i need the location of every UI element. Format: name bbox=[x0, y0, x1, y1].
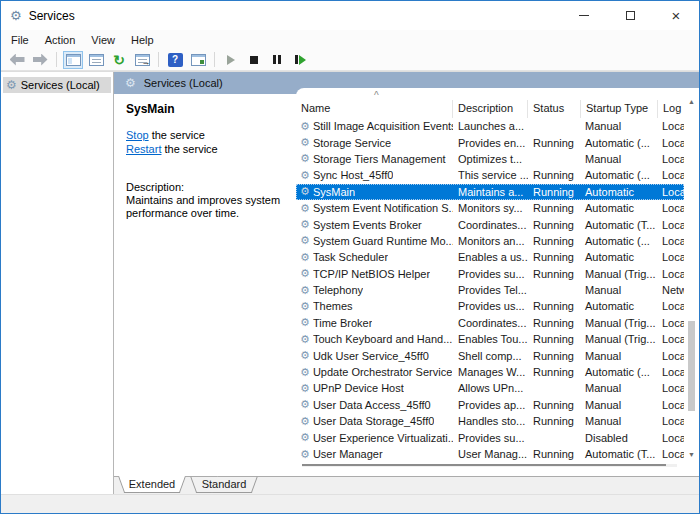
pause-icon bbox=[273, 55, 281, 64]
menu-help[interactable]: Help bbox=[123, 32, 162, 48]
column-header-name[interactable]: Name bbox=[296, 100, 453, 118]
pause-service-button[interactable] bbox=[267, 51, 287, 69]
table-row[interactable]: ⚙Udk User Service_45ff0Shell comp...Runn… bbox=[296, 347, 684, 363]
help-icon: ? bbox=[168, 53, 183, 67]
column-header-status[interactable]: Status bbox=[528, 100, 581, 118]
gear-icon: ⚙ bbox=[300, 416, 310, 427]
gear-icon: ⚙ bbox=[125, 77, 136, 89]
close-icon: × bbox=[672, 8, 681, 23]
service-name: System Events Broker bbox=[313, 219, 422, 231]
scroll-up-icon[interactable]: ▲ bbox=[688, 98, 695, 105]
tab-standard[interactable]: Standard bbox=[188, 476, 260, 494]
service-name: User Data Storage_45ff0 bbox=[313, 415, 434, 427]
table-row[interactable]: ⚙Sync Host_45ff0This service ...RunningA… bbox=[296, 167, 684, 183]
gear-icon: ⚙ bbox=[300, 121, 310, 132]
title-bar: ⚙ Services × bbox=[1, 1, 699, 30]
play-icon bbox=[227, 55, 235, 65]
table-row[interactable]: ⚙System Events BrokerCoordinates...Runni… bbox=[296, 216, 684, 232]
start-service-button[interactable] bbox=[221, 51, 241, 69]
selected-service-name: SysMain bbox=[126, 102, 296, 116]
tab-extended[interactable]: Extended bbox=[116, 476, 188, 494]
table-row[interactable]: ⚙User ManagerUser Manag...RunningAutomat… bbox=[296, 446, 684, 462]
refresh-icon: ↻ bbox=[113, 53, 125, 67]
tab-label: Extended bbox=[129, 478, 175, 490]
description-text: Maintains and improves system performanc… bbox=[126, 194, 284, 220]
service-name: Time Broker bbox=[313, 317, 373, 329]
close-button[interactable]: × bbox=[653, 1, 699, 30]
gear-icon: ⚙ bbox=[300, 268, 310, 279]
stop-service-link[interactable]: Stop bbox=[126, 129, 149, 141]
properties-button[interactable] bbox=[86, 51, 106, 69]
gear-icon: ⚙ bbox=[300, 153, 310, 164]
service-name: User Manager bbox=[313, 448, 383, 460]
main-area: ⚙ Services (Local) ⚙ Services (Local) Sy… bbox=[1, 71, 699, 494]
show-console-window-button[interactable] bbox=[63, 51, 83, 69]
console-tree-panel: ⚙ Services (Local) bbox=[1, 72, 114, 494]
service-name: Update Orchestrator Service bbox=[313, 366, 452, 378]
menu-view[interactable]: View bbox=[83, 32, 123, 48]
column-header-startup-type[interactable]: Startup Type bbox=[581, 100, 658, 118]
table-row[interactable]: ⚙Touch Keyboard and Hand...Enables Tou..… bbox=[296, 331, 684, 347]
table-row[interactable]: ⚙SysMainMaintains a...RunningAutomaticLo… bbox=[296, 184, 684, 200]
service-list-panel: ^ Name Description Status Startup Type L… bbox=[296, 88, 699, 476]
gear-icon: ⚙ bbox=[300, 350, 310, 361]
column-header-description[interactable]: Description bbox=[453, 100, 528, 118]
gear-icon: ⚙ bbox=[300, 399, 310, 410]
service-name: Udk User Service_45ff0 bbox=[313, 350, 429, 362]
tab-label: Standard bbox=[202, 478, 247, 490]
restart-service-link[interactable]: Restart bbox=[126, 143, 161, 155]
table-row[interactable]: ⚙User Experience Virtualizati...Provides… bbox=[296, 429, 684, 445]
restart-service-line: Restart the service bbox=[126, 142, 296, 156]
menu-file[interactable]: File bbox=[3, 32, 37, 48]
minimize-icon bbox=[579, 15, 589, 16]
gear-icon: ⚙ bbox=[300, 383, 310, 394]
table-row[interactable]: ⚙ThemesProvides us...RunningAutomaticLoc… bbox=[296, 298, 684, 314]
stop-service-button[interactable] bbox=[244, 51, 264, 69]
table-row[interactable]: ⚙TCP/IP NetBIOS HelperProvides su...Runn… bbox=[296, 266, 684, 282]
service-name: Themes bbox=[313, 300, 353, 312]
forward-button[interactable] bbox=[30, 51, 50, 69]
table-row[interactable]: ⚙TelephonyProvides Tel...ManualNetw bbox=[296, 282, 684, 298]
table-row[interactable]: ⚙Still Image Acquisition EventsLaunches … bbox=[296, 118, 684, 134]
service-name: TCP/IP NetBIOS Helper bbox=[313, 268, 430, 280]
menu-action[interactable]: Action bbox=[37, 32, 84, 48]
service-name: SysMain bbox=[313, 186, 355, 198]
toolbar: ↻ → ? bbox=[1, 49, 699, 71]
table-row[interactable]: ⚙System Event Notification S...Monitors … bbox=[296, 200, 684, 216]
services-app-icon: ⚙ bbox=[10, 9, 22, 22]
service-name: Sync Host_45ff0 bbox=[313, 169, 394, 181]
window-controls: × bbox=[561, 1, 699, 30]
gear-icon: ⚙ bbox=[300, 252, 310, 263]
maximize-button[interactable] bbox=[607, 1, 653, 30]
horizontal-scrollbar[interactable] bbox=[302, 464, 677, 467]
table-row[interactable]: ⚙Storage Tiers ManagementOptimizes t...M… bbox=[296, 151, 684, 167]
restart-service-button[interactable] bbox=[290, 51, 310, 69]
table-row[interactable]: ⚙Task SchedulerEnables a us...RunningAut… bbox=[296, 249, 684, 265]
table-row[interactable]: ⚙UPnP Device HostAllows UPn...ManualLoca bbox=[296, 380, 684, 396]
scroll-down-icon[interactable]: ▼ bbox=[688, 451, 695, 458]
gear-icon: ⚙ bbox=[300, 203, 310, 214]
service-name: Touch Keyboard and Hand... bbox=[313, 333, 452, 345]
status-bar bbox=[1, 494, 699, 513]
toolbar-separator bbox=[56, 52, 57, 67]
column-header-log-on-as[interactable]: Log bbox=[658, 100, 684, 118]
minimize-button[interactable] bbox=[561, 1, 607, 30]
table-row[interactable]: ⚙User Data Access_45ff0Provides ap...Run… bbox=[296, 397, 684, 413]
scrollbar-thumb[interactable] bbox=[302, 464, 666, 466]
service-name: System Event Notification S... bbox=[313, 202, 453, 214]
scrollbar-thumb[interactable] bbox=[688, 321, 695, 411]
show-hide-console-tree-button[interactable] bbox=[188, 51, 208, 69]
table-row[interactable]: ⚙User Data Storage_45ff0Handles sto...Ru… bbox=[296, 413, 684, 429]
vertical-scrollbar[interactable]: ▲ ▼ bbox=[684, 98, 699, 458]
export-list-button[interactable]: → bbox=[132, 51, 152, 69]
gear-icon: ⚙ bbox=[300, 235, 310, 246]
back-button[interactable] bbox=[7, 51, 27, 69]
help-button[interactable]: ? bbox=[165, 51, 185, 69]
table-row[interactable]: ⚙Storage ServiceProvides en...RunningAut… bbox=[296, 134, 684, 150]
table-row[interactable]: ⚙Time BrokerCoordinates...RunningManual … bbox=[296, 315, 684, 331]
table-row[interactable]: ⚙Update Orchestrator ServiceManages W...… bbox=[296, 364, 684, 380]
table-row[interactable]: ⚙System Guard Runtime Mo...Monitors an..… bbox=[296, 233, 684, 249]
refresh-button[interactable]: ↻ bbox=[109, 51, 129, 69]
tree-item-services-local[interactable]: ⚙ Services (Local) bbox=[3, 77, 111, 93]
gear-icon: ⚙ bbox=[300, 285, 310, 296]
